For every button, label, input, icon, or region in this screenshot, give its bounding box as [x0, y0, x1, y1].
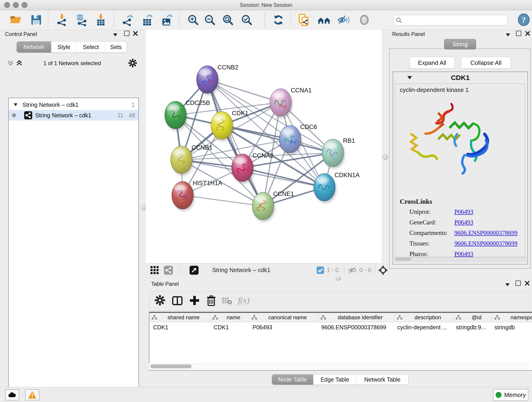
- crosslink-link[interactable]: 9606.ENSP00000378699: [454, 240, 517, 247]
- zoom-in-icon[interactable]: [187, 13, 200, 26]
- tree-expand-icon[interactable]: [14, 103, 17, 106]
- show-all-icon[interactable]: [358, 13, 371, 26]
- gene-section: CDK1 cyclin-dependent kinase 1: [393, 71, 528, 264]
- export-table-icon[interactable]: [141, 13, 154, 26]
- column-header-canonical-name[interactable]: canonical name: [249, 313, 318, 322]
- search-input[interactable]: [404, 16, 505, 24]
- warning-status-button[interactable]: [25, 389, 39, 400]
- tab-edge-table[interactable]: Edge Table: [313, 375, 356, 385]
- copy-paste-style-icon[interactable]: [298, 13, 310, 26]
- import-network-file-icon[interactable]: [56, 13, 68, 26]
- network-collection-label: String Network – cdk1: [22, 102, 79, 108]
- node-table-header: shared namenamecanonical namedatabase id…: [149, 312, 532, 322]
- crosslink-link[interactable]: P06493: [454, 208, 473, 216]
- show-columns-icon[interactable]: [172, 295, 183, 306]
- zoom-out-icon[interactable]: [203, 13, 216, 26]
- column-type-icon: [456, 315, 461, 320]
- crosslink-link[interactable]: P06493: [454, 250, 473, 258]
- column-type-icon: [397, 315, 402, 320]
- network-node-ccna1[interactable]: CCNA1: [270, 87, 312, 119]
- column-header--id[interactable]: @id: [453, 313, 492, 322]
- collapse-all-button[interactable]: Collapse All: [461, 57, 511, 69]
- open-in-window-icon[interactable]: [189, 265, 199, 275]
- results-panel-close-icon[interactable]: [525, 31, 530, 36]
- grid-view-icon[interactable]: [150, 266, 159, 274]
- table-panel-float-icon[interactable]: [515, 281, 521, 286]
- string-view-icon[interactable]: [164, 265, 173, 275]
- zoom-fit-icon[interactable]: [222, 13, 234, 26]
- network-node-cdkn1a[interactable]: CDKN1A: [314, 172, 360, 203]
- crosslink-link[interactable]: P06493: [454, 219, 473, 226]
- control-panel-float-icon[interactable]: [124, 31, 129, 36]
- table-row[interactable]: CDK1CDK1P064939606.ENSP00000378699cyclin…: [149, 322, 532, 332]
- help-icon[interactable]: ?: [518, 13, 530, 26]
- column-header-description[interactable]: description: [394, 313, 453, 322]
- search-box[interactable]: [393, 15, 508, 26]
- hide-selected-icon[interactable]: [337, 13, 350, 26]
- birdseye-toggle-icon[interactable]: [378, 265, 388, 275]
- tab-style[interactable]: Style: [51, 41, 77, 52]
- save-session-icon[interactable]: [30, 13, 43, 26]
- protein-structure-image: [404, 100, 491, 178]
- control-panel-close-icon[interactable]: [133, 31, 138, 36]
- network-node-cdk1[interactable]: CDK1: [211, 110, 248, 141]
- tab-node-table[interactable]: Node Table: [272, 375, 313, 385]
- memory-button[interactable]: Memory: [493, 389, 528, 401]
- gene-section-scrollbar[interactable]: [394, 257, 526, 262]
- table-panel-close-icon[interactable]: [525, 281, 530, 286]
- network-node-cdc25b[interactable]: CDC25B: [165, 99, 210, 131]
- import-network-database-icon[interactable]: [75, 13, 88, 26]
- table-panel-collapse-icon[interactable]: [505, 283, 510, 286]
- table-cell: cyclin-dependent ...: [394, 322, 452, 332]
- control-panel-collapse-icon[interactable]: [113, 33, 117, 36]
- crosslink-row: Uniprot:P06493: [395, 208, 525, 219]
- crosslink-link[interactable]: 9606.ENSP00000378699: [454, 230, 517, 236]
- network-node-rb1[interactable]: RB1: [322, 137, 355, 169]
- selected-count: 1 - 0: [327, 267, 339, 274]
- network-collection-row[interactable]: String Network – cdk1 1: [9, 99, 138, 110]
- warning-icon: [28, 391, 37, 399]
- cloud-status-button[interactable]: [5, 389, 19, 400]
- network-view-canvas[interactable]: CCNB2CCNA1CDC25BCDK1CDC6RB1CCNB1CCNA2CDK…: [146, 30, 382, 263]
- refresh-icon[interactable]: [272, 13, 285, 26]
- tab-select[interactable]: Select: [77, 41, 105, 52]
- network-node-ccne1[interactable]: CCNE1: [252, 191, 294, 222]
- selected-checkbox[interactable]: [317, 267, 324, 274]
- network-row-selected[interactable]: String Network – cdk1 11 48: [9, 110, 138, 121]
- first-neighbors-icon[interactable]: [317, 13, 330, 26]
- node-label-ccnb2: CCNB2: [217, 64, 239, 71]
- network-node-ccnb1[interactable]: CCNB1: [171, 144, 213, 176]
- zoom-selected-icon[interactable]: [240, 13, 253, 26]
- network-node-hist1h1a[interactable]: HIST1H1A: [172, 180, 222, 211]
- column-header-namespace[interactable]: namespace: [492, 313, 532, 322]
- column-header-shared-name[interactable]: shared name: [149, 313, 210, 322]
- delete-column-icon[interactable]: [206, 295, 216, 306]
- table-scrollbar-thumb[interactable]: [150, 364, 191, 368]
- window-title: Session: New Session: [0, 2, 532, 8]
- column-header-database-identifier[interactable]: database identifier: [318, 313, 394, 322]
- gene-scrollbar-thumb[interactable]: [395, 258, 411, 261]
- crosslink-label: Compartments:: [409, 230, 447, 236]
- gene-details: cyclin-dependent kinase 1: [395, 83, 525, 257]
- open-session-icon[interactable]: [9, 13, 22, 26]
- table-horizontal-scrollbar[interactable]: [149, 363, 529, 370]
- expand-all-button[interactable]: Expand All: [410, 57, 455, 69]
- create-column-icon[interactable]: [189, 295, 200, 306]
- network-node-cdc6[interactable]: CDC6: [279, 123, 317, 155]
- table-settings-gear-icon[interactable]: [155, 295, 165, 306]
- export-image-icon[interactable]: [161, 13, 173, 26]
- tab-network[interactable]: Network: [17, 41, 51, 52]
- toolbar-divider: [265, 13, 265, 27]
- network-node-ccnb2[interactable]: CCNB2: [196, 64, 239, 96]
- tab-network-table[interactable]: Network Table: [356, 375, 408, 385]
- crosslinks-heading: CrossLinks: [400, 198, 432, 205]
- results-panel-float-icon[interactable]: [516, 31, 521, 36]
- tab-sets[interactable]: Sets: [105, 41, 127, 52]
- network-options-gear-icon[interactable]: [128, 59, 137, 67]
- table-panel: Table Panel f(x) shared namenamecanonica…: [148, 279, 532, 387]
- results-panel-collapse-icon[interactable]: [506, 33, 510, 36]
- tab-string[interactable]: String: [444, 39, 476, 50]
- import-table-file-icon[interactable]: [94, 13, 107, 26]
- export-network-icon[interactable]: [121, 13, 134, 26]
- column-header-name[interactable]: name: [210, 313, 249, 322]
